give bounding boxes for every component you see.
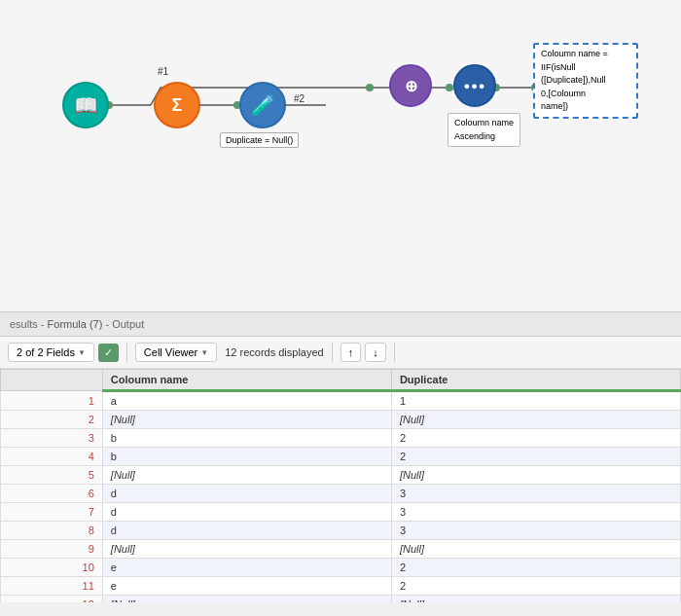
cell-colname: e — [102, 577, 391, 596]
viewer-dropdown[interactable]: Cell Viewer ▼ — [135, 343, 217, 362]
cell-record: 3 — [1, 429, 103, 448]
records-count: 12 records displayed — [225, 346, 324, 358]
cell-colname: d — [102, 522, 391, 540]
table-row: 6d3 — [1, 485, 681, 503]
table-row: 1a1 — [1, 391, 681, 411]
dropdown-arrow-icon: ▼ — [78, 348, 86, 357]
cell-duplicate: [Null] — [391, 466, 680, 485]
apply-fields-button[interactable]: ✓ — [98, 344, 119, 362]
table-row: 3b2 — [1, 429, 681, 448]
cell-duplicate: [Null] — [391, 411, 680, 429]
cell-colname: [Null] — [102, 540, 391, 559]
fields-dropdown[interactable]: 2 of 2 Fields ▼ — [8, 343, 94, 362]
cell-record: 1 — [1, 391, 103, 411]
toolbar-separator2 — [332, 343, 333, 362]
cell-colname: e — [102, 559, 391, 577]
table-row: 9[Null][Null] — [1, 540, 681, 559]
cell-duplicate: 1 — [391, 391, 680, 411]
viewer-label: Cell Viewer — [144, 346, 197, 358]
cell-colname: [Null] — [102, 411, 391, 429]
workflow-canvas: 📖 Σ #1 🧪 Duplicate = Null() #2 ⊕ ●●● Col… — [0, 0, 681, 311]
cell-record: 6 — [1, 485, 103, 503]
formula-tooltip2: Coloumn name = IIF(isNull ([Duplicate]),… — [533, 43, 638, 119]
cell-record: 4 — [1, 448, 103, 466]
table-row: 7d3 — [1, 503, 681, 522]
cell-colname: [Null] — [102, 466, 391, 485]
merge-node[interactable]: ⊕ — [389, 64, 432, 107]
formula-node1[interactable]: 🧪 Duplicate = Null() — [239, 82, 286, 128]
cell-colname: [Null] — [102, 596, 391, 603]
cell-duplicate: [Null] — [391, 540, 680, 559]
scroll-down-button[interactable]: ↓ — [365, 343, 386, 362]
svg-point-9 — [366, 84, 374, 91]
cell-record: 2 — [1, 411, 103, 429]
results-toolbar: 2 of 2 Fields ▼ ✓ Cell Viewer ▼ 12 recor… — [0, 337, 681, 369]
col-header-duplicate: Duplicate — [391, 370, 680, 391]
cell-record: 7 — [1, 503, 103, 522]
input-node[interactable]: 📖 — [62, 82, 109, 128]
table-row: 4b2 — [1, 448, 681, 466]
formula-label: Formula (7) — [48, 318, 103, 330]
cell-record: 10 — [1, 559, 103, 577]
svg-point-10 — [446, 84, 453, 91]
cell-record: 11 — [1, 577, 103, 596]
table-row: 5[Null][Null] — [1, 466, 681, 485]
table-row: 2[Null][Null] — [1, 411, 681, 429]
cell-duplicate: 3 — [391, 503, 680, 522]
connector2-label: #2 — [294, 93, 305, 104]
cell-duplicate: 2 — [391, 429, 680, 448]
scroll-up-button[interactable]: ↑ — [340, 343, 362, 362]
cell-record: 8 — [1, 522, 103, 540]
table-row: 8d3 — [1, 522, 681, 540]
data-table: Coloumn name Duplicate 1a12[Null][Null]3… — [0, 369, 681, 602]
toolbar-separator3 — [394, 343, 395, 362]
viewer-dropdown-icon: ▼ — [200, 348, 208, 357]
cell-colname: b — [102, 448, 391, 466]
results-header: esults - Formula (7) - Output — [0, 312, 681, 337]
results-separator: - — [41, 318, 48, 330]
col-header-record — [1, 370, 103, 391]
toolbar-separator — [126, 343, 127, 362]
table-row: 12[Null][Null] — [1, 596, 681, 603]
cell-record: 5 — [1, 466, 103, 485]
table-row: 11e2 — [1, 577, 681, 596]
cell-duplicate: 2 — [391, 577, 680, 596]
results-panel: esults - Formula (7) - Output 2 of 2 Fie… — [0, 312, 681, 602]
cell-record: 12 — [1, 596, 103, 603]
cell-colname: d — [102, 485, 391, 503]
cell-duplicate: 2 — [391, 448, 680, 466]
connector1-label: #1 — [158, 66, 168, 77]
cell-record: 9 — [1, 540, 103, 559]
table-row: 10e2 — [1, 559, 681, 577]
sort-tooltip: Coloumn name Ascending — [448, 113, 520, 147]
cell-duplicate: [Null] — [391, 596, 680, 603]
summarize-node[interactable]: Σ — [154, 82, 200, 128]
col-header-colname: Coloumn name — [102, 370, 391, 391]
cell-colname: d — [102, 503, 391, 522]
table-header-row: Coloumn name Duplicate — [1, 370, 681, 391]
cell-duplicate: 2 — [391, 559, 680, 577]
data-table-container: Coloumn name Duplicate 1a12[Null][Null]3… — [0, 369, 681, 602]
cell-duplicate: 3 — [391, 522, 680, 540]
cell-colname: b — [102, 429, 391, 448]
results-suffix: - Output — [105, 318, 144, 330]
formula-tooltip1: Duplicate = Null() — [220, 132, 299, 148]
process-node[interactable]: ●●● — [453, 64, 496, 107]
cell-duplicate: 3 — [391, 485, 680, 503]
fields-label: 2 of 2 Fields — [17, 346, 75, 358]
results-prefix: esults — [10, 318, 38, 330]
cell-colname: a — [102, 391, 391, 411]
